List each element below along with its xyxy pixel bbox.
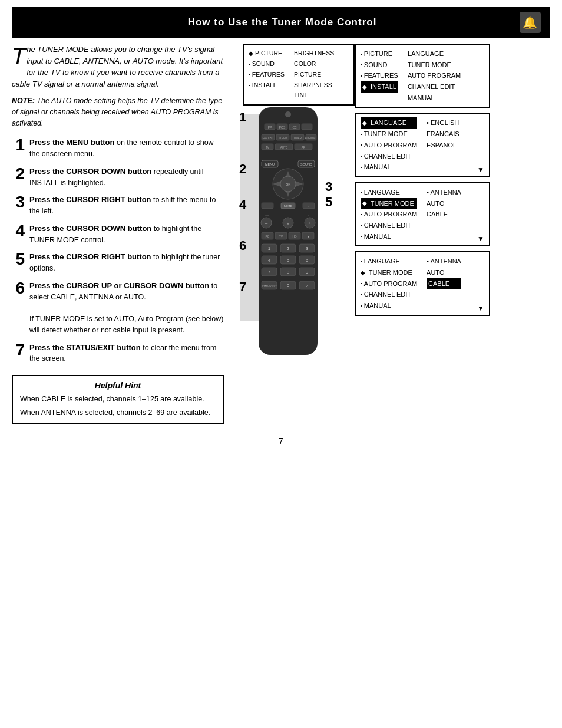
step-text-2: Press the CURSOR DOWN button repeatedly … (29, 166, 224, 189)
intro-text: T he TUNER MODE allows you to change the… (12, 44, 224, 90)
s3-manual: • MANUAL (361, 162, 417, 173)
s2-picture: • PICTURE (361, 48, 398, 60)
step-bold-6: Press the CURSOR UP or CURSOR DOWN butto… (29, 281, 209, 290)
svg-text:AUTO: AUTO (280, 146, 288, 149)
svg-text:PP: PP (268, 126, 272, 129)
down-arrow-5: ▼ (477, 304, 484, 312)
screens-column: • PICTURE • SOUND • FEATURES ◆ INSTALL L… (355, 44, 550, 424)
step-overlay-7: 7 (239, 279, 246, 295)
s1-label-install: INSTALL (252, 80, 277, 91)
svg-text:+: + (309, 220, 312, 226)
s5-auto: • AUTO PROGRAM (361, 278, 417, 289)
s1-r-brightness: BRIGHTNESS (294, 48, 334, 59)
hint-title: Helpful Hint (20, 381, 216, 390)
screen4-row: • LANGUAGE ◆ TUNER MODE • AUTO PROGRAM •… (361, 187, 484, 242)
step-6: 6 Press the CURSOR UP or CURSOR DOWN but… (12, 280, 224, 336)
svg-text:7: 7 (268, 269, 271, 275)
svg-text:TV: TV (266, 146, 269, 149)
svg-text:VOL: VOL (265, 214, 270, 217)
s4-r-auto: AUTO (427, 198, 461, 209)
svg-text:1: 1 (268, 246, 271, 251)
svg-text:–: – (265, 220, 268, 226)
step-overlay-6: 6 (239, 238, 246, 253)
s5-channel: • CHANNEL EDIT (361, 289, 417, 300)
svg-text:MUTE: MUTE (284, 205, 293, 208)
s1-bullet-install: • (249, 81, 250, 90)
s3-language: ◆ LANGUAGE (361, 117, 417, 129)
s3-r-espanol: ESPANOL (427, 140, 459, 151)
svg-text:3: 3 (306, 246, 309, 251)
step-4: 4 Press the CURSOR DOWN button to highli… (12, 223, 224, 246)
screen1-left: ◆ PICTURE • SOUND • FEATURES (249, 48, 285, 101)
screen2-left: • PICTURE • SOUND • FEATURES ◆ INSTALL (361, 48, 398, 103)
s1-label-features: FEATURES (252, 70, 285, 80)
step-bold-1: Press the MENU button (29, 138, 114, 147)
remote-area: ◆ PICTURE • SOUND • FEATURES (231, 44, 349, 424)
step-7: 7 Press the STATUS/EXIT button to clear … (12, 342, 224, 365)
step-bold-2: Press the CURSOR DOWN button (29, 167, 151, 176)
svg-text:PC: PC (266, 235, 270, 238)
s1-install: • INSTALL (249, 80, 285, 91)
s1-r-picture: PICTURE (294, 70, 334, 80)
svg-text:AR: AR (302, 146, 306, 149)
step-number-1: 1 (12, 137, 25, 153)
step-bold-5: Press the CURSOR RIGHT button (29, 252, 151, 261)
step-bold-7: Press the STATUS/EXIT button (29, 343, 141, 352)
screen5-left: • LANGUAGE ◆ TUNER MODE • AUTO PROGRAM •… (361, 256, 417, 311)
s1-label-picture: PICTURE (255, 48, 282, 59)
svg-text:CC: CC (292, 126, 297, 129)
step-overlay-1: 1 (239, 110, 246, 125)
screen3-row: ◆ LANGUAGE • TUNER MODE • AUTO PROGRAM •… (361, 117, 484, 172)
page-header: How to Use the Tuner Mode Control 🔔 (12, 7, 550, 38)
steps-list: 1 Press the MENU button on the remote co… (12, 137, 224, 364)
left-column: T he TUNER MODE allows you to change the… (12, 44, 224, 424)
svg-text:FAV LIST: FAV LIST (263, 137, 274, 140)
screen1-right: BRIGHTNESS COLOR PICTURE SHARPNESS TINT (294, 48, 334, 101)
s4-language: • LANGUAGE (361, 187, 417, 198)
s1-features: • FEATURES (249, 70, 285, 80)
step-1: 1 Press the MENU button on the remote co… (12, 137, 224, 160)
s3-tuner: • TUNER MODE (361, 129, 417, 140)
screen1-row: ◆ PICTURE • SOUND • FEATURES (249, 48, 349, 101)
s2-r-manual: MANUAL (408, 93, 461, 104)
s1-r-color-label: COLOR (294, 59, 316, 70)
s1-r-brightness-label: BRIGHTNESS (294, 48, 334, 59)
step-number-2: 2 (12, 166, 25, 182)
svg-text:OK: OK (286, 183, 291, 186)
svg-text:–/–: –/– (305, 284, 310, 288)
s5-r-auto: AUTO (427, 267, 461, 278)
page-title: How to Use the Tuner Mode Control (45, 17, 520, 28)
s2-r-auto: AUTO PROGRAM (408, 70, 461, 81)
s1-picture: ◆ PICTURE (249, 48, 285, 59)
step-number-6: 6 (12, 280, 25, 297)
s4-r-cable: CABLE (427, 209, 461, 220)
s4-channel: • CHANNEL EDIT (361, 220, 417, 231)
s1-r-tint-label: TINT (294, 90, 308, 101)
step-text-3: Press the CURSOR RIGHT button to shift t… (29, 194, 224, 217)
drop-cap: T (12, 45, 25, 67)
svg-text:MENU: MENU (265, 163, 275, 166)
s5-manual: • MANUAL (361, 300, 417, 311)
step-number-7: 7 (12, 342, 25, 358)
svg-text:TV: TV (279, 235, 283, 238)
hint-text-2: When ANTENNA is selected, channels 2–69 … (20, 407, 216, 419)
screen4-left: • LANGUAGE ◆ TUNER MODE • AUTO PROGRAM •… (361, 187, 417, 242)
s5-language: • LANGUAGE (361, 256, 417, 267)
step-5: 5 Press the CURSOR RIGHT button to highl… (12, 251, 224, 274)
s1-r-picture-label: PICTURE (294, 70, 321, 80)
s2-r-tuner: TUNER MODE (408, 60, 461, 71)
svg-text:TIMER: TIMER (293, 137, 302, 140)
s4-r-antenna: • ANTENNA (427, 187, 461, 198)
s1-r-sharpness: SHARPNESS (294, 80, 334, 91)
screen4: • LANGUAGE ◆ TUNER MODE • AUTO PROGRAM •… (355, 182, 490, 246)
screen3-right: • ENGLISH FRANCAIS ESPANOL (427, 117, 459, 172)
s3-channel: • CHANNEL EDIT (361, 151, 417, 162)
hint-text-1: When CABLE is selected, channels 1–125 a… (20, 394, 216, 405)
step-text-1: Press the MENU button on the remote cont… (29, 137, 224, 160)
step-number-4: 4 (12, 223, 25, 239)
right-column: ◆ PICTURE • SOUND • FEATURES (231, 44, 550, 424)
svg-text:POS: POS (279, 126, 286, 129)
s5-r-cable: CABLE (427, 278, 461, 289)
screen5-right: • ANTENNA AUTO CABLE (427, 256, 461, 311)
svg-point-1 (285, 111, 291, 117)
